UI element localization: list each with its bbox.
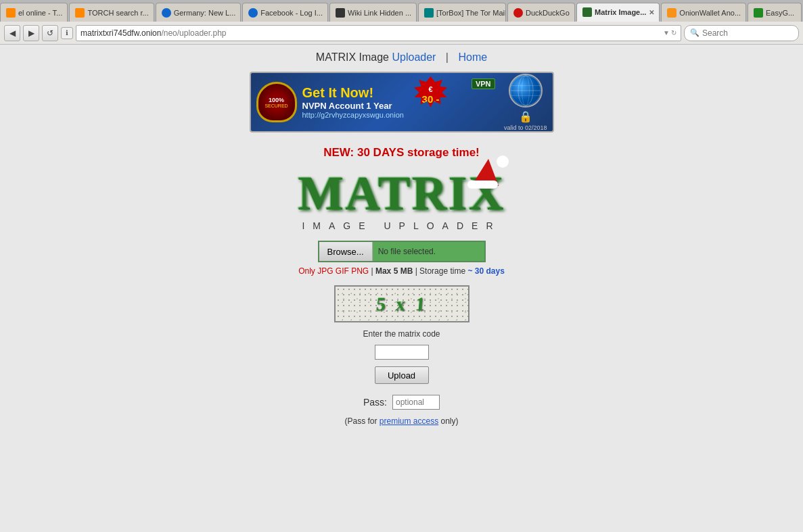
tab-8-favicon [582, 7, 592, 17]
premium-link[interactable]: premium access [380, 416, 438, 426]
tab-5-favicon [336, 8, 345, 18]
search-icon: 🔍 [690, 28, 699, 37]
burst-shape: € 30,- [411, 76, 451, 114]
ad-globe-area: 🔒 valid to 02/2018 [504, 74, 547, 131]
tab-2[interactable]: TORCH search r... [69, 3, 154, 22]
storage-days: ~ 30 days [467, 266, 504, 276]
globe-lines-svg [510, 75, 541, 106]
tab-1-favicon [6, 8, 16, 18]
pass-note-suffix: only) [438, 416, 458, 426]
search-input[interactable] [702, 28, 803, 38]
back-button[interactable]: ◀ [4, 25, 20, 41]
tab-4[interactable]: Facebook - Log I... [242, 3, 328, 22]
home-link[interactable]: Home [458, 51, 487, 63]
site-title-uploader: Uploader [392, 51, 436, 63]
back-icon: ◀ [9, 28, 16, 38]
tab-2-label: TORCH search r... [87, 9, 148, 17]
valid-text: valid to 02/2018 [504, 124, 547, 131]
globe-icon [509, 74, 543, 107]
tab-1[interactable]: el online - T... [0, 3, 68, 22]
browser-window: el online - T... TORCH search r... Germa… [0, 0, 803, 532]
tab-5-label: Wiki Link Hidden ... [348, 9, 411, 17]
vpn-badge: VPN [472, 78, 495, 89]
address-path: /neo/uploader.php [161, 28, 226, 38]
captcha-text: 5 x 1 [375, 293, 428, 315]
reload-icon: ↺ [47, 28, 53, 38]
nav-bar: ◀ ▶ ↺ ℹ matrixtxri745dfw.onion/neo/uploa… [0, 22, 803, 45]
max-size-label: Max 5 MB [375, 266, 413, 276]
tab-6-label: [TorBox] The Tor Mail... [436, 9, 506, 17]
tab-8[interactable]: Matrix Image... ✕ [576, 3, 660, 22]
site-title-part1: MATRIX Image [316, 51, 392, 63]
tab-6[interactable]: [TorBox] The Tor Mail... [418, 3, 506, 22]
forward-button[interactable]: ▶ [23, 25, 39, 41]
file-info-text: Only JPG GIF PNG | Max 5 MB | Storage ti… [298, 266, 505, 276]
pass-input[interactable] [392, 395, 440, 410]
forward-icon: ▶ [28, 28, 35, 38]
hat-white-brim [467, 180, 498, 189]
tab-6-favicon [424, 8, 434, 18]
shield-percent: 100% [269, 97, 284, 103]
tab-9-label: OnionWallet Ano... [679, 9, 741, 17]
ad-url: http://g2rvhyzcapyxswgu.onion [302, 111, 501, 119]
ad-product: NVPN Account 1 Year [302, 101, 501, 111]
tab-3-favicon [162, 8, 171, 18]
no-file-label: No file selected. [378, 247, 436, 256]
reload-button[interactable]: ↺ [42, 25, 58, 41]
tab-7[interactable]: DuckDuckGo [507, 3, 575, 22]
pass-row: Pass: [363, 395, 440, 410]
file-name-display: No file selected. [373, 242, 484, 261]
promo-text: NEW: 30 DAYS storage time! [323, 146, 480, 160]
matrix-subtitle: IMAGE UPLOADER [302, 220, 501, 231]
santa-hat [465, 155, 512, 193]
info-icon[interactable]: ℹ [61, 27, 73, 39]
tab-bar: el online - T... TORCH search r... Germa… [0, 0, 803, 22]
tab-2-favicon [75, 8, 85, 18]
file-input-row: Browse... No file selected. [318, 241, 486, 262]
ad-price-burst: € 30,- [411, 76, 458, 117]
address-domain: matrixtxri745dfw.onion [81, 28, 161, 38]
ad-banner[interactable]: 100% SECURED Get It Now! NVPN Account 1 … [250, 72, 554, 132]
pass-note: (Pass for premium access only) [344, 416, 458, 426]
site-header: MATRIX Image Uploader | Home [316, 51, 487, 64]
page-content: MATRIX Image Uploader | Home 100% SECURE… [0, 45, 803, 532]
tab-3[interactable]: Germany: New L... [156, 3, 242, 22]
tab-10-favicon [754, 8, 763, 18]
shield-label: SECURED [265, 103, 288, 108]
tab-1-label: el online - T... [18, 9, 62, 17]
address-dropdown-icon[interactable]: ▼ [663, 29, 670, 37]
upload-button[interactable]: Upload [375, 366, 429, 384]
tab-9-favicon [667, 8, 676, 18]
search-bar[interactable]: 🔍 [684, 25, 799, 41]
tab-4-label: Facebook - Log I... [260, 9, 323, 17]
address-refresh-icon[interactable]: ↻ [671, 29, 676, 37]
tab-7-label: DuckDuckGo [526, 9, 570, 17]
captcha-input[interactable] [375, 345, 429, 360]
captcha-label: Enter the matrix code [363, 329, 440, 339]
ad-shield: 100% SECURED [256, 82, 297, 122]
captcha-image: 5 x 1 [334, 285, 469, 322]
tab-5[interactable]: Wiki Link Hidden ... [329, 3, 417, 22]
tab-8-label: Matrix Image... [595, 8, 646, 16]
ad-text: Get It Now! NVPN Account 1 Year http://g… [302, 85, 501, 119]
address-bar[interactable]: matrixtxri745dfw.onion/neo/uploader.php … [76, 25, 681, 41]
tab-10[interactable]: EasyG... [748, 3, 802, 22]
matrix-logo-area: MATRIX IMAGE UPLOADER [298, 169, 505, 231]
header-separator: | [446, 51, 449, 63]
address-text: matrixtxri745dfw.onion/neo/uploader.php [81, 28, 660, 38]
tab-4-favicon [248, 8, 258, 18]
main-content: NEW: 30 DAYS storage time! MATRIX IMAGE … [0, 146, 803, 426]
pass-label: Pass: [363, 397, 387, 408]
browse-button[interactable]: Browse... [319, 242, 373, 261]
tab-3-label: Germany: New L... [174, 9, 236, 17]
burst-price: 30,- [422, 93, 440, 105]
upload-section: Browse... No file selected. Only JPG GIF… [298, 241, 505, 426]
tab-8-close-icon[interactable]: ✕ [649, 9, 654, 16]
tab-10-label: EasyG... [766, 9, 794, 17]
lock-icon: 🔒 [519, 110, 532, 123]
tab-7-favicon [513, 8, 523, 18]
tab-9[interactable]: OnionWallet Ano... [661, 3, 746, 22]
burst-currency: € [428, 85, 432, 93]
pass-note-prefix: (Pass for [344, 416, 379, 426]
file-types: Only JPG GIF PNG [298, 266, 369, 276]
